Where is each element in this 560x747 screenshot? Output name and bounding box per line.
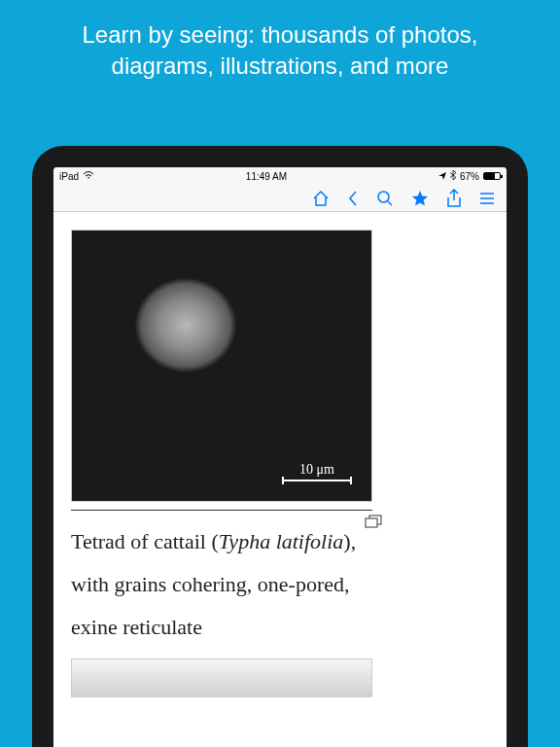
- image-caption: Tetrad of cattail (Typha latifolia), wit…: [71, 520, 372, 649]
- share-icon[interactable]: [446, 189, 462, 208]
- home-icon[interactable]: [312, 190, 330, 207]
- carrier-label: iPad: [59, 171, 79, 182]
- location-icon: [438, 171, 446, 182]
- device-screen: iPad 11:49 AM 67%: [53, 167, 507, 747]
- svg-rect-2: [366, 518, 377, 527]
- back-icon[interactable]: [347, 190, 359, 207]
- wifi-icon: [83, 171, 94, 182]
- battery-icon: [483, 172, 501, 180]
- sem-micrograph-image: 10 μm: [71, 230, 372, 502]
- expand-icon[interactable]: [365, 515, 382, 532]
- status-time: 11:49 AM: [246, 171, 287, 182]
- bluetooth-icon: [450, 170, 456, 182]
- battery-pct: 67%: [460, 171, 479, 182]
- menu-icon[interactable]: [479, 192, 495, 205]
- device-frame: iPad 11:49 AM 67%: [32, 146, 528, 747]
- caption-species: Typha latifolia: [219, 529, 344, 553]
- promo-headline: Learn by seeing: thousands of photos, di…: [0, 0, 560, 92]
- article-content: 10 μm Tetrad of cattail (Typha latifolia…: [53, 212, 507, 747]
- caption-text-pre: Tetrad of cattail (: [71, 529, 219, 553]
- svg-point-0: [378, 192, 389, 202]
- second-image-preview: [71, 658, 372, 697]
- image-separator: [71, 510, 372, 511]
- app-toolbar: [53, 185, 507, 212]
- search-icon[interactable]: [376, 190, 394, 207]
- star-icon[interactable]: [411, 190, 429, 207]
- scale-bar: 10 μm: [282, 462, 352, 481]
- status-bar: iPad 11:49 AM 67%: [53, 167, 507, 185]
- scale-label: 10 μm: [282, 462, 352, 478]
